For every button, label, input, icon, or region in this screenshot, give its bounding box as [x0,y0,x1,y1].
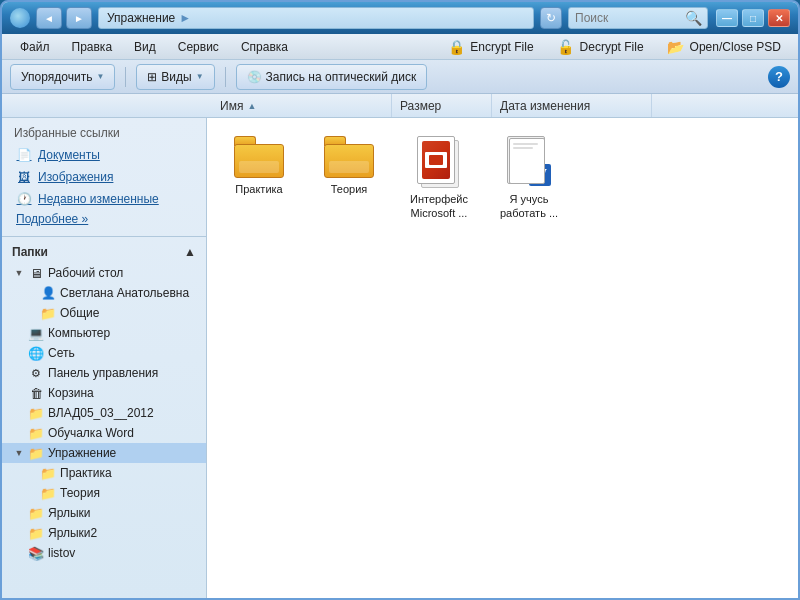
burn-label: Запись на оптический диск [266,70,417,84]
decrypt-file-button[interactable]: Decrypt File [547,34,653,60]
listov-icon: 📚 [28,545,44,561]
burn-button[interactable]: 💿 Запись на оптический диск [236,64,428,90]
folder-icon-praktika [234,136,284,178]
column-headers: Имя ▲ Размер Дата изменения [2,94,798,118]
tree-item-common[interactable]: 📁 Общие [2,303,206,323]
tree-item-yarlyki2[interactable]: 📁 Ярлыки2 [2,523,206,543]
sidebar: Избранные ссылки 📄 Документы 🖼 Изображен… [2,118,207,598]
more-link[interactable]: Подробнее » [2,210,206,232]
tree-item-yarlyki[interactable]: 📁 Ярлыки [2,503,206,523]
tree-item-trash[interactable]: 🗑 Корзина [2,383,206,403]
organize-button[interactable]: Упорядочить ▼ [10,64,115,90]
sort-arrow: ▲ [247,101,256,111]
sidebar-link-recent[interactable]: 🕐 Недавно измененные [2,188,206,210]
tree-item-computer[interactable]: 💻 Компьютер [2,323,206,343]
file-label-ppt: Интерфейс Microsoft ... [403,192,475,221]
refresh-button[interactable]: ↻ [540,7,562,29]
menubar: Файл Правка Вид Сервис Справка Encrypt F… [2,34,798,60]
views-label: Виды [161,70,191,84]
menu-edit[interactable]: Правка [62,38,123,56]
documents-icon: 📄 [16,147,32,163]
yarlyki2-icon: 📁 [28,525,44,541]
open-close-psd-button[interactable]: Open/Close PSD [657,34,790,60]
path-label: Упражнение [107,11,175,25]
control-icon: ⚙ [28,365,44,381]
folders-collapse-arrow: ▲ [184,245,196,259]
tree-item-uprazhnenie[interactable]: ▼ 📁 Упражнение [2,443,206,463]
decrypt-label: Decrypt File [580,40,644,54]
back-button[interactable]: ◄ [36,7,62,29]
organize-dropdown-arrow: ▼ [96,72,104,81]
nav-buttons: ◄ ► [36,7,92,29]
user-icon: 👤 [40,285,56,301]
search-icon[interactable]: 🔍 [685,10,702,26]
burn-icon: 💿 [247,70,262,84]
views-icon: ⊞ [147,70,157,84]
desktop-icon: 🖥 [28,265,44,281]
file-label-teoriya: Теория [331,182,368,196]
encrypt-file-button[interactable]: Encrypt File [437,34,542,60]
file-item-ppt[interactable]: Интерфейс Microsoft ... [399,130,479,227]
file-item-teoriya[interactable]: Теория [309,130,389,227]
search-box[interactable]: 🔍 [568,7,708,29]
desktop-expand: ▼ [14,268,24,278]
path-arrow: ► [179,11,191,25]
tree-item-word-tutorial[interactable]: 📁 Обучалка Word [2,423,206,443]
images-icon: 🖼 [16,169,32,185]
tree-item-user[interactable]: 👤 Светлана Анатольевна [2,283,206,303]
folder-open-icon [666,37,686,57]
tree-item-teoriya[interactable]: 📁 Теория [2,483,206,503]
computer-icon: 💻 [28,325,44,341]
word-tutorial-icon: 📁 [28,425,44,441]
menu-view[interactable]: Вид [124,38,166,56]
menu-file[interactable]: Файл [10,38,60,56]
word-icon: W [507,136,551,188]
tree-item-listov[interactable]: 📚 listov [2,543,206,563]
sidebar-divider [2,236,206,237]
tree-item-praktika[interactable]: 📁 Практика [2,463,206,483]
col-size-header[interactable]: Размер [392,94,492,117]
network-icon: 🌐 [28,345,44,361]
help-button[interactable]: ? [768,66,790,88]
search-input[interactable] [575,11,685,25]
favorites-title: Избранные ссылки [2,118,206,144]
file-item-praktika[interactable]: Практика [219,130,299,227]
toolbar-tools: Encrypt File Decrypt File Open/Close PSD [437,34,790,60]
trash-icon: 🗑 [28,385,44,401]
window-controls: — □ ✕ [716,9,790,27]
file-area: Практика Теория [207,118,798,598]
sidebar-link-images[interactable]: 🖼 Изображения [2,166,206,188]
tree-item-vlad[interactable]: 📁 ВЛАД05_03__2012 [2,403,206,423]
col-date-header[interactable]: Дата изменения [492,94,652,117]
forward-button[interactable]: ► [66,7,92,29]
address-bar[interactable]: Упражнение ► [98,7,534,29]
titlebar: ◄ ► Упражнение ► ↻ 🔍 — □ ✕ [2,2,798,34]
tree-item-desktop[interactable]: ▼ 🖥 Рабочий стол [2,263,206,283]
close-button[interactable]: ✕ [768,9,790,27]
minimize-button[interactable]: — [716,9,738,27]
lock-open-icon [556,37,576,57]
uprazhnenie-expand: ▼ [14,448,24,458]
main-window: ◄ ► Упражнение ► ↻ 🔍 — □ ✕ Файл Правка В… [0,0,800,600]
file-item-word[interactable]: W Я учусь работать ... [489,130,569,227]
col-name-header[interactable]: Имя ▲ [212,94,392,117]
open-close-label: Open/Close PSD [690,40,781,54]
folders-label: Папки [12,245,48,259]
encrypt-label: Encrypt File [470,40,533,54]
views-button[interactable]: ⊞ Виды ▼ [136,64,214,90]
lock-icon [446,37,466,57]
menu-help[interactable]: Справка [231,38,298,56]
recent-icon: 🕐 [16,191,32,207]
menu-service[interactable]: Сервис [168,38,229,56]
maximize-button[interactable]: □ [742,9,764,27]
tree-item-control-panel[interactable]: ⚙ Панель управления [2,363,206,383]
file-label-word: Я учусь работать ... [493,192,565,221]
file-label-praktika: Практика [235,182,282,196]
tree-item-network[interactable]: 🌐 Сеть [2,343,206,363]
folder-icon-teoriya [324,136,374,178]
common-icon: 📁 [40,305,56,321]
folders-header[interactable]: Папки ▲ [2,241,206,263]
vlad-icon: 📁 [28,405,44,421]
sidebar-link-documents[interactable]: 📄 Документы [2,144,206,166]
toolbar-separator-2 [225,67,226,87]
